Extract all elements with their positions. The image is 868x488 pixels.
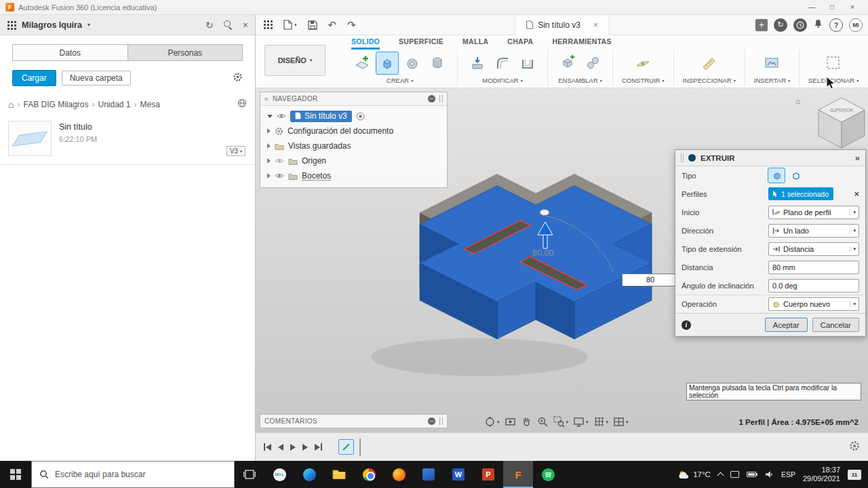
zoom-button[interactable] <box>536 415 549 428</box>
group-label-modificar[interactable]: MODIFICAR▾ <box>482 77 522 84</box>
tab-superficie[interactable]: SUPERFICIE <box>399 37 443 48</box>
press-pull-button[interactable] <box>467 52 488 74</box>
pan-button[interactable] <box>520 415 533 428</box>
browser-row-sketches[interactable]: Bocetos <box>260 168 447 183</box>
clear-selection-icon[interactable]: × <box>854 189 859 199</box>
account-name[interactable]: Milagros Iquira <box>22 20 82 30</box>
display-toggle-icon[interactable]: – <box>428 95 435 102</box>
timeline-play-button[interactable] <box>290 444 296 451</box>
notification-center-icon[interactable]: 11 <box>848 470 861 480</box>
group-label-ensamblar[interactable]: ENSAMBLAR▾ <box>558 77 602 84</box>
dock-arrows-icon[interactable]: » <box>855 153 860 163</box>
taskbar-app-dell[interactable]: DELL <box>264 461 294 488</box>
comments-panel[interactable]: COMENTARIOS – <box>260 414 448 428</box>
timeline-sketch-feature[interactable] <box>338 439 354 455</box>
redo-icon[interactable]: ↷ <box>347 19 356 31</box>
taskbar-app-file-explorer[interactable] <box>324 461 354 488</box>
tab-malla[interactable]: MALLA <box>462 37 488 48</box>
tab-personas[interactable]: Personas <box>127 44 243 61</box>
collapse-icon[interactable]: « <box>264 95 269 102</box>
group-label-insertar[interactable]: INSERTAR▾ <box>754 77 790 84</box>
document-tab[interactable]: Sin título v3 × <box>514 15 610 35</box>
group-label-inspeccionar[interactable]: INSPECCIONAR▾ <box>683 77 736 84</box>
globe-icon[interactable] <box>237 98 247 110</box>
browser-row-document[interactable]: Sin título v3 <box>260 109 447 124</box>
taskbar-app-chrome[interactable] <box>354 461 384 488</box>
info-icon[interactable]: i <box>682 320 691 330</box>
apps-grid-icon[interactable] <box>7 20 16 30</box>
create-sketch-button[interactable] <box>351 52 373 74</box>
distance-value-input[interactable] <box>622 274 679 286</box>
home-icon[interactable]: ⌂ <box>8 99 14 110</box>
fillet-button[interactable] <box>492 52 513 74</box>
group-label-construir[interactable]: CONSTRUIR▾ <box>622 77 665 84</box>
shell-button[interactable] <box>517 52 538 74</box>
display-tray-icon[interactable] <box>730 471 739 478</box>
taskbar-app-spotify[interactable] <box>533 461 563 488</box>
collapsed-triangle-icon[interactable] <box>267 143 271 149</box>
browser-row-origin[interactable]: Origen <box>260 153 447 168</box>
direction-dropdown[interactable]: Un lado ▾ <box>768 224 859 238</box>
panel-grip[interactable] <box>439 95 443 102</box>
eye-icon[interactable] <box>275 172 284 179</box>
job-status-icon[interactable]: ↻ <box>774 18 787 32</box>
panel-grip[interactable] <box>439 417 443 425</box>
tray-expand-chevron-icon[interactable] <box>717 472 724 479</box>
timeline-step-back-button[interactable] <box>278 444 283 451</box>
extrude-dialog-header[interactable]: EXTRUIR » <box>675 150 865 166</box>
tab-close-icon[interactable]: × <box>593 20 598 30</box>
browser-header[interactable]: « NAVEGADOR – <box>260 92 447 106</box>
viewports-button[interactable]: ▾ <box>612 415 629 428</box>
upload-button[interactable]: Cargar <box>12 70 56 86</box>
viewcube[interactable]: SUPERIOR <box>806 92 868 153</box>
expanded-triangle-icon[interactable] <box>267 115 273 118</box>
measure-button[interactable] <box>698 52 720 74</box>
zoom-window-button[interactable]: ▾ <box>553 415 570 428</box>
minimize-button[interactable]: — <box>802 0 822 14</box>
tab-herramientas[interactable]: HERRAMIENTAS <box>552 37 611 48</box>
eye-hidden-icon[interactable] <box>275 157 284 164</box>
taskbar-app-powerpoint[interactable]: P <box>473 461 503 488</box>
timeline-go-start-button[interactable] <box>264 443 271 451</box>
save-icon[interactable] <box>308 20 317 30</box>
taskbar-app-fusion[interactable]: F <box>503 461 533 488</box>
breadcrumb-project[interactable]: FAB DIG Milagros <box>23 100 88 109</box>
undo-icon[interactable]: ↶ <box>328 19 337 31</box>
cylinder-button[interactable] <box>427 52 448 74</box>
display-settings-button[interactable]: ▾ <box>572 415 589 428</box>
language-indicator[interactable]: ESP <box>781 470 795 478</box>
maximize-button[interactable]: □ <box>822 0 842 14</box>
timeline-go-end-button[interactable] <box>315 443 322 451</box>
start-dropdown[interactable]: Plano de perfil ▾ <box>768 206 859 219</box>
taskbar-app-firefox[interactable] <box>384 461 414 488</box>
tab-chapa[interactable]: CHAPA <box>507 37 533 48</box>
rotate-handle[interactable] <box>540 210 549 216</box>
refresh-icon[interactable]: ↻ <box>205 20 214 31</box>
extrude-type-thin-button[interactable] <box>787 168 804 183</box>
search-input[interactable] <box>55 470 226 479</box>
history-clock-icon[interactable] <box>793 18 807 32</box>
new-tab-button[interactable]: + <box>755 19 768 31</box>
construction-plane-button[interactable] <box>632 52 654 74</box>
tab-datos[interactable]: Datos <box>12 44 128 61</box>
profiles-selected-chip[interactable]: 1 seleccionado <box>768 187 833 200</box>
extrude-type-solid-button[interactable] <box>768 168 785 183</box>
operation-dropdown[interactable]: Cuerpo nuevo ▾ <box>768 297 859 311</box>
breadcrumb-folder[interactable]: Unidad 1 <box>98 100 131 109</box>
task-view-button[interactable] <box>235 461 264 488</box>
taskbar-app-word[interactable]: W <box>443 461 473 488</box>
group-label-crear[interactable]: CREAR▾ <box>387 77 413 84</box>
collapsed-triangle-icon[interactable] <box>267 173 271 179</box>
insert-button[interactable] <box>761 52 783 74</box>
activate-radio-icon[interactable] <box>356 112 365 121</box>
workspace-selector[interactable]: DISEÑO ▾ <box>264 45 326 76</box>
app-grid-icon[interactable] <box>264 20 273 29</box>
browser-row-settings[interactable]: Configuración del documento <box>260 124 447 138</box>
chevron-down-icon[interactable]: ▾ <box>87 22 90 28</box>
dialog-grip[interactable] <box>681 153 684 162</box>
extent-type-dropdown[interactable]: Distancia ▾ <box>768 242 859 256</box>
extrude-button[interactable] <box>376 52 398 74</box>
settings-gear-icon[interactable] <box>233 72 243 85</box>
taskbar-app-blue[interactable] <box>414 461 443 488</box>
accept-button[interactable]: Aceptar <box>765 318 808 332</box>
